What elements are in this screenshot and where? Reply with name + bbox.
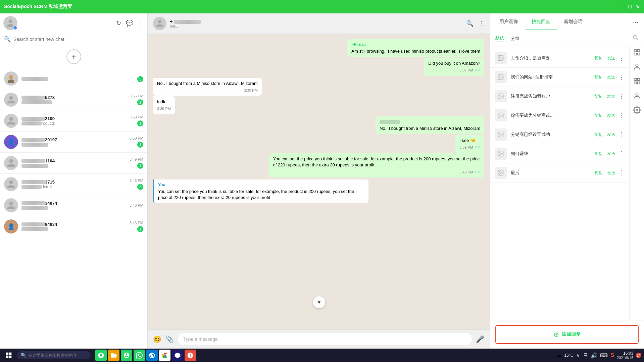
more-chat-icon[interactable]: ⋮ <box>478 20 484 27</box>
sidebar-icons: ↻ 💬 ⋮ <box>116 19 144 27</box>
volume-icon[interactable]: 🔊 <box>591 352 597 359</box>
contact-item[interactable]: 34874 3:46 PM <box>0 195 147 216</box>
contact-item[interactable]: 5278 3:56 PM 1 <box>0 89 147 110</box>
svg-rect-24 <box>637 50 639 52</box>
search-chat-icon[interactable]: 🔍 <box>466 20 474 27</box>
message-group: No.. I bought from a Miniso store in Aiz… <box>153 116 484 177</box>
svg-rect-37 <box>9 356 12 358</box>
taskbar-search-input[interactable] <box>29 353 82 358</box>
tab-new-chat[interactable]: 新增会话 <box>557 14 589 30</box>
message-ticks: ✓✓ <box>474 145 480 149</box>
profile-icon[interactable] <box>633 49 641 58</box>
contact-avatar <box>4 114 18 128</box>
taskbar-app-red[interactable] <box>185 350 196 361</box>
qr-image-icon <box>495 167 507 179</box>
taskbar-app-whatsapp-circle[interactable] <box>95 350 107 361</box>
qr-more-icon[interactable]: ⋮ <box>618 54 625 62</box>
qr-copy-button[interactable]: 复制 <box>593 112 604 119</box>
contact-preview <box>21 163 126 168</box>
qr-more-icon[interactable]: ⋮ <box>618 93 625 100</box>
attachment-icon[interactable]: 📎 <box>165 335 174 343</box>
add-reply-button[interactable]: ⊕ 添加回复 <box>495 325 639 344</box>
more-options-icon[interactable]: ⋯ <box>629 13 641 31</box>
voice-icon[interactable]: 🎤 <box>476 335 484 343</box>
message-input[interactable] <box>178 333 472 345</box>
message-time: 3:39 PM <box>157 88 258 93</box>
message-sender <box>380 119 480 125</box>
qr-copy-button[interactable]: 复制 <box>593 131 604 138</box>
qr-send-button[interactable]: 发送 <box>606 169 616 176</box>
qr-image-icon <box>495 148 507 160</box>
qr-more-icon[interactable]: ⋮ <box>618 73 625 81</box>
message-bubble: No.. I bought from a Miniso store in Aiz… <box>376 116 484 134</box>
taskbar-app-whatsapp[interactable] <box>134 350 145 361</box>
qr-more-icon[interactable]: ⋮ <box>618 169 625 176</box>
add-chat-button[interactable]: + <box>66 49 81 64</box>
apps-icon[interactable] <box>633 77 641 87</box>
message-time: 3:40 PM ✓✓ <box>273 170 480 175</box>
contact-item[interactable]: 👤 94834 3:46 PM 1 <box>0 216 147 237</box>
start-button[interactable] <box>3 349 15 361</box>
chat-icon[interactable]: 💬 <box>126 19 133 27</box>
tab-quick-reply[interactable]: 快捷回复 <box>525 14 557 30</box>
notification-badge[interactable]: 14 <box>636 353 641 358</box>
close-button[interactable]: ✕ <box>636 4 640 10</box>
contact-info: 34874 <box>21 201 126 210</box>
contact-avatar <box>4 156 18 170</box>
subtab-search-icon[interactable] <box>633 35 639 42</box>
subtab-default[interactable]: 默认 <box>495 35 504 42</box>
search-input[interactable] <box>13 37 143 42</box>
taskbar-app-browser[interactable] <box>146 350 158 361</box>
qr-send-button[interactable]: 发送 <box>606 74 616 81</box>
taskbar-app-unknown[interactable] <box>172 350 183 361</box>
network-icon[interactable]: 🖥 <box>583 352 588 358</box>
qr-more-icon[interactable]: ⋮ <box>618 131 625 138</box>
maximize-button[interactable]: □ <box>628 4 632 10</box>
system-tray-arrow[interactable]: ∧ <box>576 352 580 359</box>
user-icon[interactable] <box>633 92 641 101</box>
refresh-icon[interactable]: ↻ <box>116 19 121 27</box>
contact-item[interactable]: 3 <box>0 68 147 89</box>
qr-copy-button[interactable]: 复制 <box>593 55 604 62</box>
minimize-button[interactable]: — <box>619 4 624 10</box>
contact-meta: 3:56 PM 1 <box>130 94 143 105</box>
qr-send-button[interactable]: 发送 <box>606 93 616 100</box>
contact-preview <box>21 142 126 147</box>
taskbar-app-wechat[interactable] <box>121 350 132 361</box>
qr-copy-button[interactable]: 复制 <box>593 74 604 81</box>
contact-avatar <box>4 93 18 107</box>
weather-temp: 16°C <box>564 353 574 358</box>
contacts-icon[interactable] <box>633 63 641 72</box>
qr-more-icon[interactable]: ⋮ <box>618 112 625 119</box>
qr-send-button[interactable]: 发送 <box>606 55 616 62</box>
main-layout: ↻ 💬 ⋮ 🔍 + <box>0 13 644 349</box>
scroll-to-bottom-button[interactable]: ▼ <box>313 296 325 308</box>
qr-send-button[interactable]: 发送 <box>606 131 616 138</box>
qr-actions: 复制 发送 ⋮ <box>593 93 625 100</box>
tab-portrait[interactable]: 用户画像 <box>493 14 525 30</box>
qr-more-icon[interactable]: ⋮ <box>618 150 625 157</box>
taskbar-app-chrome[interactable] <box>159 350 170 361</box>
more-icon[interactable]: ⋮ <box>138 19 144 27</box>
ime-icon[interactable]: S <box>610 352 614 358</box>
contact-info: 3715 details <box>21 179 126 189</box>
contact-item[interactable]: 1104 3:49 PM 1 <box>0 153 147 174</box>
settings-icon[interactable] <box>633 106 641 115</box>
contact-time: 3:46 PM <box>130 178 143 183</box>
contact-meta: 3:46 PM 1 <box>130 221 143 232</box>
emoji-icon[interactable]: 😊 <box>153 335 161 343</box>
taskbar-app-file-manager[interactable] <box>108 350 119 361</box>
qr-copy-button[interactable]: 复制 <box>593 169 604 176</box>
subtab-group[interactable]: 分组 <box>511 36 519 42</box>
right-panel: 用户画像 快捷回复 新增会话 ⋯ 默认 分组 <box>490 13 644 349</box>
add-icon: ⊕ <box>553 330 559 339</box>
qr-send-button[interactable]: 发送 <box>606 112 616 119</box>
qr-copy-button[interactable]: 复制 <box>593 150 604 157</box>
qr-copy-button[interactable]: 复制 <box>593 93 604 100</box>
contact-item[interactable]: 3715 details 3:46 PM 3 <box>0 174 147 195</box>
keyboard-icon[interactable]: ⌨ <box>600 352 608 359</box>
contact-item[interactable]: 2109 roducts 3:53 PM 1 <box>0 110 147 132</box>
qr-actions: 复制 发送 ⋮ <box>593 169 625 176</box>
qr-send-button[interactable]: 发送 <box>606 150 616 157</box>
contact-item[interactable]: 👤 20197 3:50 PM 1 <box>0 132 147 153</box>
